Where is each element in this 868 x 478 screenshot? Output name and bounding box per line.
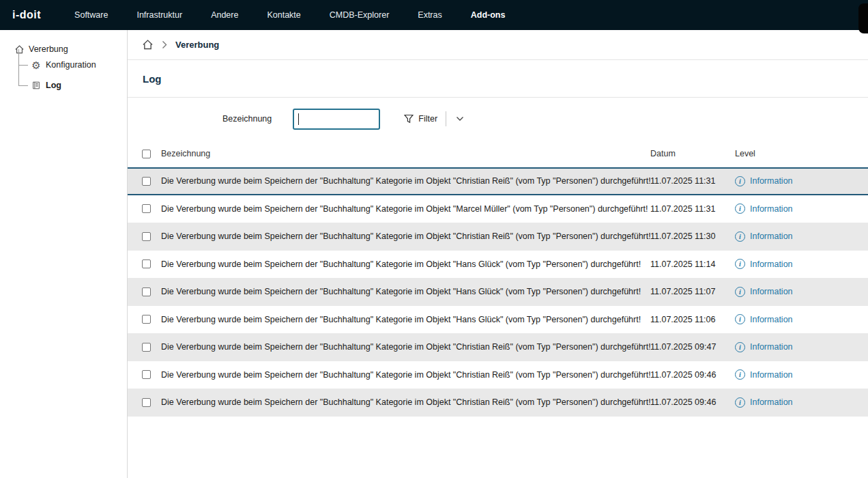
table-row[interactable]: Die Vererbung wurde beim Speichern der "… (128, 306, 868, 334)
nav-andere[interactable]: Andere (197, 0, 252, 30)
row-date: 11.07.2025 11:06 (650, 315, 735, 324)
topbar-nav: Software Infrastruktur Andere Kontakte C… (60, 0, 519, 30)
row-checkbox[interactable] (142, 315, 151, 324)
bezeichnung-input[interactable] (293, 109, 380, 130)
table-row[interactable]: Die Vererbung wurde beim Speichern der "… (128, 389, 868, 417)
table-row[interactable]: Die Vererbung wurde beim Speichern der "… (128, 361, 868, 389)
topbar: i-doit Software Infrastruktur Andere Kon… (0, 0, 868, 30)
row-message: Die Vererbung wurde beim Speichern der "… (161, 231, 650, 241)
filter-label: Bezeichnung (222, 114, 272, 124)
row-checkbox[interactable] (142, 232, 151, 241)
table-header: Bezeichnung Datum Level (128, 140, 868, 167)
sidebar-item-label: Vererbung (29, 44, 68, 54)
nav-infrastruktur[interactable]: Infrastruktur (122, 0, 197, 30)
table-row[interactable]: Die Vererbung wurde beim Speichern der "… (128, 167, 868, 195)
table-row[interactable]: Die Vererbung wurde beim Speichern der "… (128, 195, 868, 223)
row-date: 11.07.2025 11:14 (650, 259, 735, 269)
nav-add-ons[interactable]: Add-ons (457, 0, 520, 30)
table-row[interactable]: Die Vererbung wurde beim Speichern der "… (128, 333, 868, 361)
row-message: Die Vererbung wurde beim Speichern der "… (161, 259, 650, 269)
info-icon: i (735, 287, 745, 297)
main-content: Vererbung Log Bezeichnung Filter (128, 30, 868, 478)
log-icon (31, 80, 42, 91)
chevron-down-icon[interactable] (453, 113, 467, 124)
row-message: Die Vererbung wurde beim Speichern der "… (161, 315, 650, 324)
filter-button[interactable]: Filter (403, 111, 439, 126)
row-date: 11.07.2025 09:47 (650, 342, 735, 352)
info-icon: i (735, 259, 745, 269)
sidebar-item-log[interactable]: Log (18, 75, 127, 96)
header-datum[interactable]: Datum (650, 149, 735, 158)
row-checkbox[interactable] (142, 343, 151, 352)
info-icon: i (735, 369, 745, 380)
header-level[interactable]: Level (735, 149, 868, 158)
row-level-link[interactable]: Information (750, 231, 793, 241)
chevron-right-icon (162, 40, 167, 49)
divider (446, 111, 446, 126)
row-level-link[interactable]: Information (750, 370, 793, 380)
row-date: 11.07.2025 11:31 (650, 176, 735, 186)
row-date: 11.07.2025 09:46 (650, 370, 735, 380)
info-icon: i (735, 342, 745, 352)
row-level-link[interactable]: Information (750, 204, 793, 214)
filterbar: Bezeichnung Filter (128, 98, 868, 140)
breadcrumb-home-icon[interactable] (142, 39, 154, 51)
nav-cmdb-explorer[interactable]: CMDB-Explorer (315, 0, 404, 30)
sidebar-tree: ⚙ Konfiguration Log (18, 55, 127, 96)
header-bezeichnung[interactable]: Bezeichnung (161, 149, 650, 158)
info-icon: i (735, 176, 745, 186)
row-message: Die Vererbung wurde beim Speichern der "… (161, 287, 650, 296)
row-checkbox[interactable] (142, 370, 151, 379)
filter-button-label: Filter (418, 114, 437, 124)
info-icon: i (735, 314, 745, 324)
row-message: Die Vererbung wurde beim Speichern der "… (161, 176, 650, 186)
row-level-link[interactable]: Information (750, 287, 793, 296)
panel-toggle[interactable] (858, 3, 868, 33)
sidebar-item-label: Konfiguration (46, 60, 96, 70)
select-all-checkbox[interactable] (142, 150, 151, 158)
row-checkbox[interactable] (142, 204, 151, 213)
breadcrumb-current[interactable]: Vererbung (175, 40, 219, 50)
text-caret (298, 113, 299, 125)
nav-extras[interactable]: Extras (403, 0, 456, 30)
row-message: Die Vererbung wurde beim Speichern der "… (161, 204, 650, 214)
row-date: 11.07.2025 11:31 (650, 204, 735, 214)
sidebar-item-konfiguration[interactable]: ⚙ Konfiguration (18, 55, 127, 75)
row-message: Die Vererbung wurde beim Speichern der "… (161, 397, 650, 407)
gear-icon: ⚙ (31, 59, 42, 70)
titlebar: Log (128, 60, 868, 98)
row-message: Die Vererbung wurde beim Speichern der "… (161, 342, 650, 352)
sidebar: Vererbung ⚙ Konfiguration Log (0, 30, 128, 478)
row-level-link[interactable]: Information (750, 176, 793, 186)
row-date: 11.07.2025 11:30 (650, 231, 735, 241)
row-checkbox[interactable] (142, 259, 151, 268)
table-row[interactable]: Die Vererbung wurde beim Speichern der "… (128, 223, 868, 251)
table-row[interactable]: Die Vererbung wurde beim Speichern der "… (128, 278, 868, 306)
log-table: Bezeichnung Datum Level Die Vererbung wu… (128, 140, 868, 478)
row-level-link[interactable]: Information (750, 397, 793, 407)
info-icon: i (735, 203, 745, 214)
info-icon: i (735, 231, 745, 242)
row-level-link[interactable]: Information (750, 259, 793, 269)
row-level-link[interactable]: Information (750, 342, 793, 352)
funnel-icon (404, 114, 414, 124)
row-checkbox[interactable] (142, 398, 151, 407)
row-message: Die Vererbung wurde beim Speichern der "… (161, 370, 650, 380)
row-level-link[interactable]: Information (750, 315, 793, 324)
row-checkbox[interactable] (142, 177, 151, 186)
info-icon: i (735, 397, 745, 408)
row-checkbox[interactable] (142, 287, 151, 296)
row-date: 11.07.2025 09:46 (650, 397, 735, 407)
app-logo[interactable]: i-doit (12, 9, 41, 21)
table-row[interactable]: Die Vererbung wurde beim Speichern der "… (128, 251, 868, 279)
table-body: Die Vererbung wurde beim Speichern der "… (128, 167, 868, 417)
nav-software[interactable]: Software (60, 0, 122, 30)
page-title: Log (143, 73, 162, 85)
breadcrumb: Vererbung (128, 30, 868, 60)
row-date: 11.07.2025 11:07 (650, 287, 735, 296)
sidebar-item-label: Log (46, 81, 61, 90)
nav-kontakte[interactable]: Kontakte (252, 0, 315, 30)
